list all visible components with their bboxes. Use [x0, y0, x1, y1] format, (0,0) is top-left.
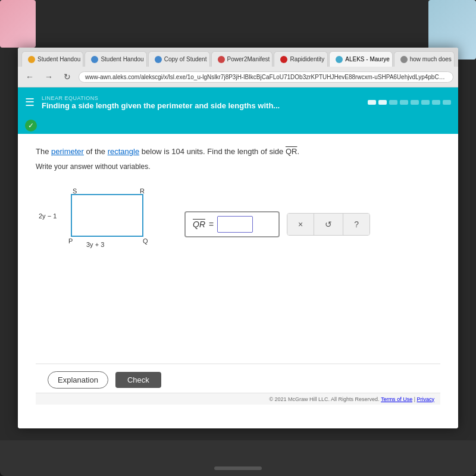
tab-label-6: ALEKS - Maurye — [345, 56, 389, 62]
svg-rect-0 — [71, 195, 143, 236]
tab-rapididentity[interactable]: Rapididentity — [274, 51, 328, 67]
action-buttons: × ↺ ? — [287, 213, 370, 236]
laptop-bottom-bezel — [0, 440, 476, 476]
main-content: The perimeter of the rectangle below is … — [18, 134, 458, 296]
undo-button[interactable]: ↺ — [314, 214, 343, 235]
progress-dot-8 — [443, 100, 451, 105]
equals-sign: = — [209, 220, 214, 229]
topic-title: Finding a side length given the perimete… — [42, 101, 361, 110]
clear-button[interactable]: × — [287, 214, 314, 235]
side-left-label: 2y − 1 — [39, 212, 57, 220]
progress-dot-3 — [389, 100, 397, 105]
tab-label-3: Copy of Student — [164, 56, 207, 62]
tab-icon-6 — [336, 56, 343, 63]
tab-icon-5 — [280, 56, 287, 63]
progress-dot-7 — [432, 100, 440, 105]
tab-student-handout-2[interactable]: Student Handou — [84, 51, 146, 67]
qr-variable-label: QR — [193, 220, 205, 229]
url-field[interactable]: www-awn.aleks.com/alekscgi/x/lsl.exe/1o_… — [79, 71, 453, 83]
menu-icon[interactable]: ☰ — [25, 96, 35, 109]
tab-how-much[interactable]: how much does — [394, 51, 455, 67]
side-qr-label: QR — [286, 147, 298, 156]
label-s: S — [73, 189, 77, 195]
tab-icon-4 — [218, 56, 225, 63]
tab-icon-2 — [91, 56, 98, 63]
progress-dots — [368, 100, 451, 105]
tab-power2manifest[interactable]: Power2Manifest — [211, 51, 273, 67]
progress-dot-4 — [400, 100, 408, 105]
text-period: . — [297, 147, 299, 156]
diagram-svg: S R P Q 2y − 1 3y + 3 — [36, 189, 167, 260]
check-icon: ✓ — [25, 120, 37, 131]
desk-item-left — [0, 0, 36, 48]
text-below: below is 104 units. Find the length of s… — [139, 147, 286, 156]
instruction-text: Write your answer without variables. — [36, 162, 440, 171]
address-bar: ← → ↻ www-awn.aleks.com/alekscgi/x/lsl.e… — [18, 67, 458, 87]
rectangle-link[interactable]: rectangle — [108, 147, 139, 156]
laptop-frame: Student Handou Student Handou Copy of St… — [0, 0, 476, 452]
qr-input-container: QR = — [184, 211, 280, 237]
tab-icon-1 — [28, 56, 35, 63]
problem-text: The perimeter of the rectangle below is … — [36, 146, 440, 158]
tab-label-7: how much does — [410, 56, 452, 62]
tab-icon-3 — [155, 56, 162, 63]
tab-label-5: Rapididentity — [290, 56, 324, 62]
progress-dot-1 — [368, 100, 376, 105]
text-of-the: of the — [84, 147, 108, 156]
progress-dot-6 — [421, 100, 430, 105]
check-bar: ✓ — [18, 117, 458, 134]
topic-category: LINEAR EQUATIONS — [42, 95, 361, 101]
tab-label-1: Student Handou — [37, 56, 80, 62]
topic-info: LINEAR EQUATIONS Finding a side length g… — [42, 95, 361, 110]
back-button[interactable]: ← — [23, 71, 37, 83]
privacy-link[interactable]: Privacy — [416, 396, 434, 402]
diagram-area: S R P Q 2y − 1 3y + 3 QR — [36, 189, 440, 260]
forward-button[interactable]: → — [42, 71, 56, 83]
side-bottom-label: 3y + 3 — [86, 241, 104, 248]
text-the: The — [36, 147, 51, 156]
rectangle-diagram: S R P Q 2y − 1 3y + 3 — [36, 189, 167, 260]
footer-copyright: © 2021 McGraw Hill LLC. All Rights Reser… — [269, 396, 379, 402]
bottom-buttons: Explanation Check — [36, 364, 440, 396]
aleks-footer: © 2021 McGraw Hill LLC. All Rights Reser… — [36, 393, 440, 405]
explanation-button[interactable]: Explanation — [48, 371, 108, 389]
terms-link[interactable]: Terms of Use — [381, 396, 412, 402]
refresh-button[interactable]: ↻ — [61, 71, 74, 83]
perimeter-link[interactable]: perimeter — [51, 147, 84, 156]
qr-answer-input[interactable] — [217, 216, 253, 233]
tab-bar: Student Handou Student Handou Copy of St… — [18, 48, 458, 67]
label-r: R — [140, 189, 145, 195]
browser-chrome: Student Handou Student Handou Copy of St… — [18, 48, 458, 87]
help-button[interactable]: ? — [343, 214, 369, 235]
tab-copy-student[interactable]: Copy of Student — [148, 51, 210, 67]
browser-screen: Student Handou Student Handou Copy of St… — [18, 48, 458, 428]
tab-icon-7 — [400, 56, 408, 63]
tab-label-4: Power2Manifest — [227, 56, 270, 62]
input-area: QR = × ↺ ? — [184, 211, 370, 237]
tab-student-handout-1[interactable]: Student Handou — [21, 51, 83, 67]
progress-dot-2 — [378, 100, 387, 105]
label-p: P — [68, 237, 73, 245]
tab-label-2: Student Handou — [101, 56, 143, 62]
progress-dot-5 — [411, 100, 419, 105]
aleks-topbar: ☰ LINEAR EQUATIONS Finding a side length… — [18, 87, 458, 117]
tab-aleks[interactable]: ALEKS - Maurye — [329, 51, 392, 67]
label-q: Q — [143, 237, 148, 245]
aleks-app: ☰ LINEAR EQUATIONS Finding a side length… — [18, 87, 458, 428]
check-button[interactable]: Check — [115, 372, 161, 388]
